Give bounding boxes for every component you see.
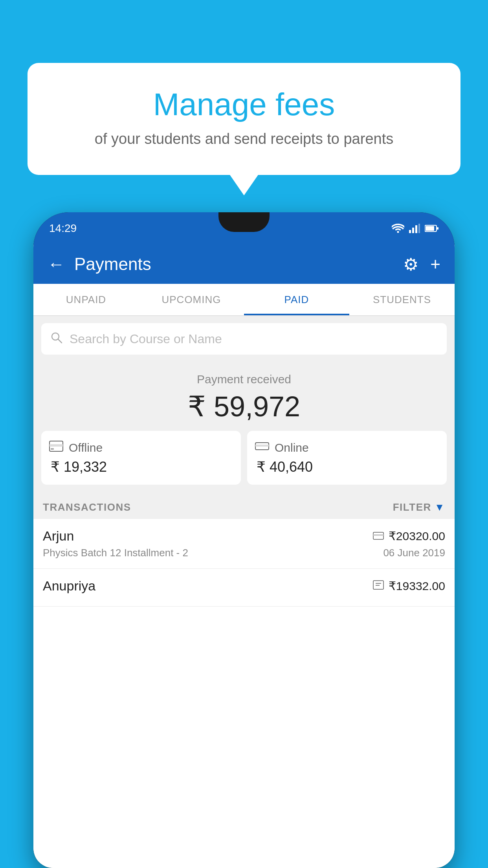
status-bar: 14:29 <box>33 212 455 245</box>
filter-icon: ▼ <box>435 501 445 513</box>
settings-icon[interactable]: ⚙ <box>403 254 418 274</box>
svg-rect-14 <box>255 445 269 447</box>
status-icons <box>392 224 439 233</box>
online-payment-card: Online ₹ 40,640 <box>247 431 447 485</box>
transaction-date: 06 June 2019 <box>383 547 445 559</box>
battery-icon <box>425 224 439 232</box>
transaction-amount-container: ₹19332.00 <box>373 579 445 593</box>
online-icon <box>255 440 269 455</box>
transactions-header: TRANSACTIONS FILTER ▼ <box>33 493 455 519</box>
svg-rect-2 <box>412 228 414 233</box>
svg-rect-11 <box>50 444 63 447</box>
svg-point-0 <box>397 231 399 233</box>
payment-received-section: Payment received ₹ 59,972 Offline <box>33 362 455 493</box>
svg-rect-12 <box>51 448 54 450</box>
speech-bubble: Manage fees of your students and send re… <box>28 63 460 175</box>
transactions-label: TRANSACTIONS <box>43 501 131 513</box>
svg-line-9 <box>58 339 62 343</box>
card-payment-icon <box>373 530 384 542</box>
transaction-item[interactable]: Anupriya ₹19332.00 <box>33 569 455 607</box>
transaction-amount: ₹20320.00 <box>389 529 445 543</box>
offline-icon <box>49 440 63 455</box>
offline-card-header: Offline <box>49 440 103 455</box>
search-input[interactable]: Search by Course or Name <box>70 332 222 346</box>
signal-icon <box>409 224 420 233</box>
offline-payment-icon <box>373 580 384 592</box>
offline-amount: ₹ 19,332 <box>51 459 107 475</box>
svg-rect-6 <box>426 226 434 231</box>
phone-screen: ← Payments ⚙ + UNPAID UPCOMING PAID STUD… <box>33 245 455 868</box>
transaction-desc: Physics Batch 12 Installment - 2 <box>43 547 188 559</box>
tabs: UNPAID UPCOMING PAID STUDENTS <box>33 284 455 316</box>
bubble-title: Manage fees <box>47 86 441 123</box>
transaction-amount-container: ₹20320.00 <box>373 529 445 543</box>
tab-paid[interactable]: PAID <box>244 284 349 315</box>
search-bar[interactable]: Search by Course or Name <box>41 323 447 355</box>
top-bar-actions: ⚙ + <box>403 254 440 274</box>
payment-received-amount: ₹ 59,972 <box>41 390 447 423</box>
bubble-subtitle: of your students and send receipts to pa… <box>47 131 441 147</box>
svg-rect-1 <box>409 230 411 233</box>
tab-students[interactable]: STUDENTS <box>349 284 455 315</box>
status-time: 14:29 <box>49 222 77 235</box>
phone-frame: 14:29 <box>33 212 455 868</box>
offline-label: Offline <box>69 441 103 454</box>
online-amount: ₹ 40,640 <box>257 459 313 475</box>
svg-rect-7 <box>437 227 438 230</box>
svg-rect-4 <box>418 224 420 233</box>
svg-rect-3 <box>415 225 417 233</box>
tab-unpaid[interactable]: UNPAID <box>33 284 139 315</box>
back-button[interactable]: ← <box>48 254 65 274</box>
transaction-row-bottom: Physics Batch 12 Installment - 2 06 June… <box>43 547 445 559</box>
transaction-row-top: Arjun ₹20320.00 <box>43 528 445 544</box>
add-icon[interactable]: + <box>430 254 440 274</box>
svg-rect-16 <box>373 534 383 536</box>
transaction-row-top: Anupriya ₹19332.00 <box>43 578 445 594</box>
transaction-amount: ₹19332.00 <box>389 579 445 593</box>
payment-cards: Offline ₹ 19,332 Online <box>41 431 447 485</box>
transaction-name: Arjun <box>43 528 74 544</box>
tab-upcoming[interactable]: UPCOMING <box>139 284 244 315</box>
wifi-icon <box>392 224 404 233</box>
filter-button[interactable]: FILTER ▼ <box>393 501 445 513</box>
top-bar: ← Payments ⚙ + <box>33 245 455 284</box>
payment-received-label: Payment received <box>41 373 447 386</box>
search-icon <box>51 331 62 347</box>
offline-payment-card: Offline ₹ 19,332 <box>41 431 241 485</box>
online-label: Online <box>275 441 309 454</box>
svg-rect-17 <box>373 581 383 589</box>
transaction-name: Anupriya <box>43 578 95 594</box>
transaction-item[interactable]: Arjun ₹20320.00 Physics Batch 12 Install… <box>33 519 455 569</box>
page-title: Payments <box>74 254 403 274</box>
online-card-header: Online <box>255 440 309 455</box>
transaction-list: Arjun ₹20320.00 Physics Batch 12 Install… <box>33 519 455 868</box>
